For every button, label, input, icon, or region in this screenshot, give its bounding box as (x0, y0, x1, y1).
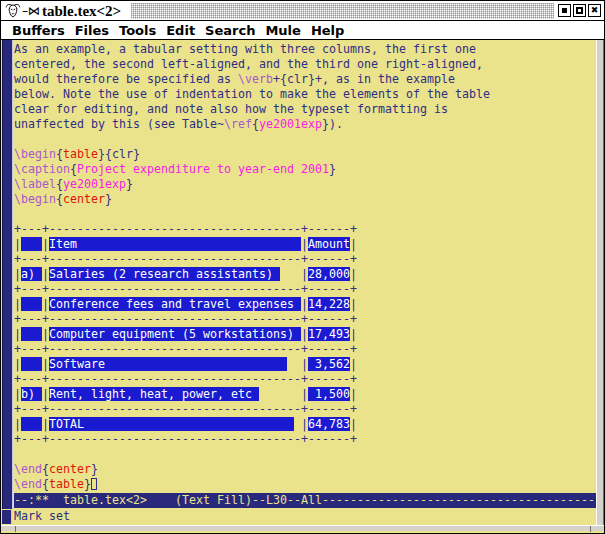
minibuffer[interactable]: Mark set (1, 509, 596, 525)
titlebar-pin-icon: –⋈ (22, 4, 40, 18)
menu-item-files[interactable]: Files (70, 23, 114, 38)
mode-line[interactable]: --:** table.tex<2> (Text Fill)--L30--All… (14, 493, 596, 508)
minibuffer-message: Mark set (14, 509, 70, 524)
frame-corner-notch (590, 526, 591, 532)
frame-corner-notch (15, 526, 16, 532)
buffer-line[interactable]: +---+-----------------------------------… (14, 282, 596, 297)
menu-item-tools[interactable]: Tools (114, 23, 161, 38)
buffer-line[interactable]: below. Note the use of indentation to ma… (14, 87, 596, 102)
buffer-line[interactable]: clear for editing, and note also how the… (14, 102, 596, 117)
buffer-line[interactable]: +---+-----------------------------------… (14, 432, 596, 447)
maximize-button[interactable] (573, 4, 586, 17)
maximize-icon (576, 7, 583, 14)
buffer-line[interactable] (14, 132, 596, 147)
minimize-icon (562, 8, 567, 13)
buffer-line[interactable]: \end{center} (14, 462, 596, 477)
buffer-line[interactable]: +---+-----------------------------------… (14, 372, 596, 387)
buffer-line[interactable]: | |TOTAL |64,783| (14, 417, 596, 432)
gnu-emacs-icon (4, 2, 22, 19)
buffer-line[interactable]: \begin{table}{clr} (14, 147, 596, 162)
buffer-line[interactable]: +---+-----------------------------------… (14, 312, 596, 327)
buffer-line[interactable]: +---+-----------------------------------… (14, 342, 596, 357)
titlebar[interactable]: –⋈ table.tex<2> ✖ (1, 1, 604, 21)
buffer-line[interactable]: centered, the second left-aligned, and t… (14, 57, 596, 72)
scrollbar[interactable] (2, 40, 13, 509)
window-bottom-resize-border[interactable] (1, 525, 604, 531)
titlebar-stipple[interactable] (131, 3, 554, 19)
close-button[interactable]: ✖ (588, 4, 601, 17)
buffer-line[interactable]: |b) |Rent, light, heat, power, etc | 1,5… (14, 387, 596, 402)
buffer-line[interactable]: unaffected by this (see Table~\ref{ye200… (14, 117, 596, 132)
buffer-line[interactable]: | |Computer equipment (5 workstations) |… (14, 327, 596, 342)
menu-item-mule[interactable]: Mule (260, 23, 305, 38)
buffer-line[interactable]: +---+-----------------------------------… (14, 222, 596, 237)
buffer-line[interactable]: |a) |Salaries (2 research assistants) |2… (14, 267, 596, 282)
close-icon: ✖ (591, 6, 599, 15)
menu-item-search[interactable]: Search (200, 23, 260, 38)
buffer-line[interactable]: would therefore be specified as \verb+{c… (14, 72, 596, 87)
menu-bar: BuffersFilesToolsEditSearchMuleHelp (1, 21, 604, 40)
menu-item-buffers[interactable]: Buffers (7, 23, 70, 38)
buffer-window[interactable]: As an example, a tabular setting with th… (1, 40, 596, 525)
minibuffer-scrollbar (2, 510, 12, 524)
emacs-frame: –⋈ table.tex<2> ✖ BuffersFilesToolsEditS… (0, 0, 605, 534)
buffer-line[interactable]: | |Item |Amount| (14, 237, 596, 252)
window-controls: ✖ (556, 2, 604, 19)
buffer-line[interactable]: +---+-----------------------------------… (14, 252, 596, 267)
buffer-line[interactable]: | |Software | 3,562| (14, 357, 596, 372)
buffer-line[interactable]: \end{table} (14, 477, 596, 492)
menu-item-edit[interactable]: Edit (161, 23, 200, 38)
minimize-button[interactable] (558, 4, 571, 17)
buffer-line[interactable]: \caption{Project expenditure to year-end… (14, 162, 596, 177)
text-cursor (91, 478, 97, 490)
buffer-line[interactable] (14, 207, 596, 222)
buffer-text-area[interactable]: As an example, a tabular setting with th… (14, 42, 596, 492)
window-right-resize-border[interactable] (596, 40, 604, 525)
buffer-line[interactable]: | |Conference fees and travel expenses |… (14, 297, 596, 312)
buffer-line[interactable]: As an example, a tabular setting with th… (14, 42, 596, 57)
buffer-line[interactable]: \label{ye2001exp} (14, 177, 596, 192)
buffer-line[interactable]: +---+-----------------------------------… (14, 402, 596, 417)
buffer-line[interactable]: \begin{center} (14, 192, 596, 207)
window-title: table.tex<2> (42, 1, 129, 21)
buffer-line[interactable] (14, 447, 596, 462)
menu-item-help[interactable]: Help (306, 23, 349, 38)
